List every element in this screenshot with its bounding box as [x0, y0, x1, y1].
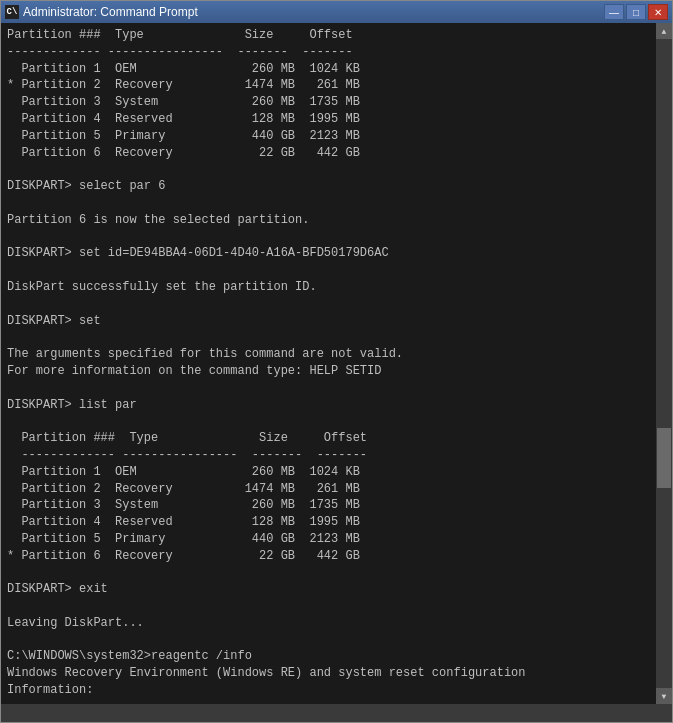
window-controls: — □ ✕: [604, 4, 668, 20]
main-window: C\ Administrator: Command Prompt — □ ✕ P…: [0, 0, 673, 723]
title-bar-left: C\ Administrator: Command Prompt: [5, 5, 198, 19]
maximize-button[interactable]: □: [626, 4, 646, 20]
title-bar: C\ Administrator: Command Prompt — □ ✕: [1, 1, 672, 23]
minimize-button[interactable]: —: [604, 4, 624, 20]
scrollbar[interactable]: ▲ ▼: [656, 23, 672, 704]
scroll-track[interactable]: [656, 39, 672, 688]
terminal-output[interactable]: Partition ### Type Size Offset ---------…: [1, 23, 656, 704]
scroll-down-arrow[interactable]: ▼: [656, 688, 672, 704]
scroll-thumb[interactable]: [657, 428, 671, 488]
cmd-icon: C\: [5, 5, 19, 19]
scroll-up-arrow[interactable]: ▲: [656, 23, 672, 39]
window-title: Administrator: Command Prompt: [23, 5, 198, 19]
status-bar: [1, 704, 672, 722]
content-area: Partition ### Type Size Offset ---------…: [1, 23, 672, 722]
close-button[interactable]: ✕: [648, 4, 668, 20]
scrollbar-area: Partition ### Type Size Offset ---------…: [1, 23, 672, 704]
